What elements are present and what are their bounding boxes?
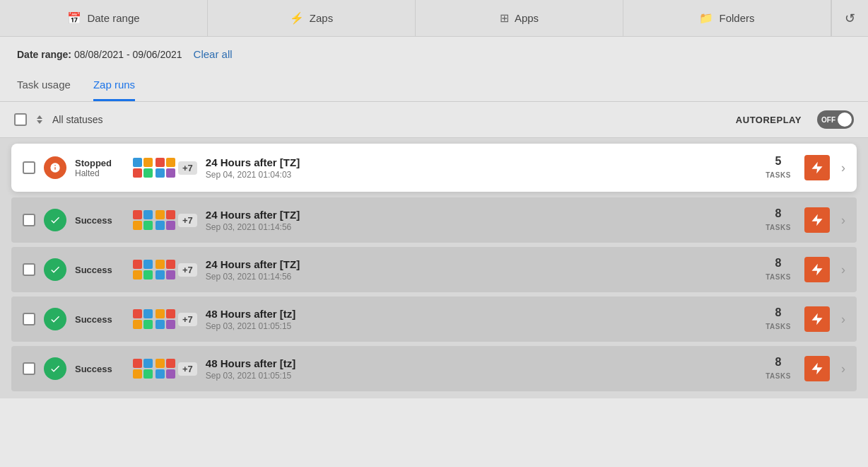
rows-area: Stopped Halted +7 24 Hours after [TZ] Se… [0,138,868,398]
more-apps-badge: +7 [178,161,197,175]
zap-info: 24 Hours after [TZ] Sep 03, 2021 01:14:5… [206,209,752,232]
row-checkbox[interactable] [23,214,35,226]
tasks-count: 8 TASKS [761,306,796,332]
nav-date-range[interactable]: 📅 Date range [0,0,208,36]
refresh-button[interactable]: ↺ [831,0,868,36]
zap-date: Sep 03, 2021 01:14:56 [206,272,752,282]
zap-date: Sep 03, 2021 01:14:56 [206,222,752,232]
tasks-number: 5 [761,155,796,168]
sort-button[interactable] [35,114,44,125]
app-icons-group: +7 [133,359,197,379]
svg-rect-39 [166,369,175,379]
tasks-number: 8 [761,207,796,220]
svg-rect-12 [156,210,165,219]
svg-rect-37 [166,359,175,368]
zap-icon-box[interactable] [804,257,830,282]
zap-icon-box[interactable] [804,306,830,332]
svg-rect-11 [143,221,153,230]
row-checkbox[interactable] [23,313,35,325]
status-text-group: Stopped Halted [75,158,124,178]
row-chevron-icon[interactable]: › [841,213,845,228]
app-icon-2 [156,210,175,230]
status-text-group: Success [75,265,124,275]
svg-rect-34 [133,369,142,379]
select-all-checkbox[interactable] [14,113,27,126]
svg-rect-10 [133,221,142,230]
svg-rect-18 [133,270,142,279]
tasks-label: TASKS [766,323,791,330]
zap-lightning-icon [810,161,824,175]
svg-rect-19 [143,270,153,279]
zap-name: 48 Hours after [tz] [206,308,752,320]
tab-zap-runs[interactable]: Zap runs [93,71,135,101]
zap-lightning-icon [810,312,824,326]
svg-rect-1 [143,158,153,167]
table-row: Stopped Halted +7 24 Hours after [TZ] Se… [11,144,857,192]
status-name: Success [75,364,124,374]
svg-rect-32 [133,359,142,368]
tab-zap-runs-label: Zap runs [93,79,135,91]
row-checkbox[interactable] [23,161,35,174]
app-icon-1 [133,260,153,279]
row-chevron-icon[interactable]: › [841,312,845,327]
svg-rect-35 [143,369,153,379]
svg-rect-22 [156,270,165,279]
tasks-count: 5 TASKS [761,155,796,180]
zap-info: 48 Hours after [tz] Sep 03, 2021 01:05:1… [206,357,752,381]
top-nav: 📅 Date range ⚡ Zaps ⊞ Apps 📁 Folders ↺ [0,0,868,37]
svg-rect-31 [166,320,175,329]
svg-rect-17 [143,260,153,269]
svg-rect-8 [133,210,142,219]
status-icon-success [44,357,66,380]
row-chevron-icon[interactable]: › [841,362,845,376]
nav-apps[interactable]: ⊞ Apps [416,0,623,36]
refresh-icon: ↺ [845,11,855,26]
svg-rect-9 [143,210,153,219]
tab-task-usage[interactable]: Task usage [17,71,71,101]
zap-icon-box[interactable] [804,356,830,381]
zap-info: 24 Hours after [TZ] Sep 03, 2021 01:14:5… [206,258,752,282]
tabs-bar: Task usage Zap runs [0,71,868,102]
zap-lightning-icon [810,213,824,227]
nav-zaps[interactable]: ⚡ Zaps [208,0,416,36]
svg-rect-24 [133,309,142,318]
row-checkbox[interactable] [23,362,35,375]
svg-rect-3 [143,168,153,178]
svg-rect-38 [156,369,165,379]
svg-rect-21 [166,260,175,269]
check-icon [49,264,61,275]
status-name: Stopped [75,158,124,168]
status-text-group: Success [75,364,124,374]
calendar-icon: 📅 [67,11,81,25]
status-icon-success [44,258,66,281]
zap-info: 48 Hours after [tz] Sep 03, 2021 01:05:1… [206,308,752,331]
app-icon-2 [156,309,175,329]
zap-name: 24 Hours after [TZ] [206,156,752,168]
svg-rect-5 [166,158,175,167]
clear-all-button[interactable]: Clear all [194,48,233,60]
status-filter[interactable]: All statuses [52,114,103,125]
sort-up-icon [37,115,42,119]
more-apps-badge: +7 [178,214,197,227]
autoreplay-toggle[interactable]: OFF [817,110,854,129]
autoreplay-label: AUTOREPLAY [736,115,802,125]
apps-icon: ⊞ [500,11,509,25]
zap-info: 24 Hours after [TZ] Sep 04, 2021 01:04:0… [206,156,752,180]
row-chevron-icon[interactable]: › [841,263,845,277]
tab-task-usage-label: Task usage [17,79,71,91]
svg-rect-0 [133,158,142,167]
date-range-label: Date range: [17,49,71,60]
nav-folders[interactable]: 📁 Folders [623,0,831,36]
filter-bar: Date range: 08/08/2021 - 09/06/2021 Clea… [0,37,868,71]
svg-rect-30 [156,320,165,329]
app-icon-2 [156,260,175,279]
status-name: Success [75,314,124,325]
status-icon-success [44,209,66,231]
svg-rect-16 [133,260,142,269]
check-icon [49,313,61,325]
tasks-count: 8 TASKS [761,207,796,233]
zap-icon-box[interactable] [804,207,830,233]
zap-icon-box[interactable] [804,155,830,180]
row-chevron-icon[interactable]: › [841,161,845,175]
row-checkbox[interactable] [23,263,35,276]
